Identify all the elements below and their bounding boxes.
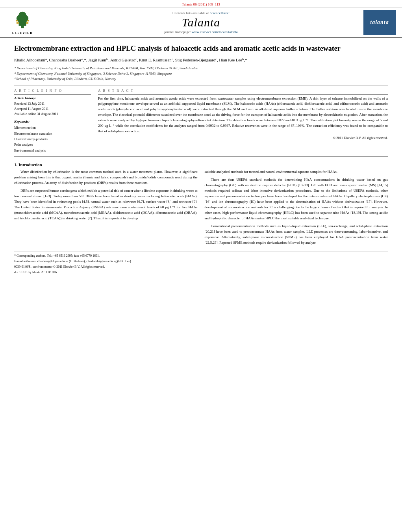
journal-header: ELSEVIER Contents lists available at Sci… bbox=[0, 7, 402, 38]
sciencedirect-line: Contents lists available at ScienceDirec… bbox=[172, 11, 230, 15]
abstract-text: For the first time, haloacetic acids and… bbox=[98, 96, 388, 135]
intro-body-columns: Water disinfection by chlorination is th… bbox=[14, 169, 388, 248]
article-info-box: Article history: Received 13 July 2011 A… bbox=[14, 94, 91, 117]
journal-citation: Talanta 86 (2011) 109–113 bbox=[182, 2, 220, 6]
affiliation-c: ᶜ School of Pharmacy, University of Oslo… bbox=[14, 76, 388, 82]
article-content: Electromembrane extraction and HPLC anal… bbox=[0, 38, 402, 284]
divider-after-abstract bbox=[14, 156, 388, 157]
sciencedirect-link[interactable]: ScienceDirect bbox=[210, 11, 230, 15]
intro-left-column: Water disinfection by chlorination is th… bbox=[14, 169, 198, 248]
keywords-section: Keywords: Microextraction Electromembran… bbox=[14, 120, 91, 153]
contents-text: Contents lists available at bbox=[172, 11, 209, 15]
keyword-list: Microextraction Electromembrane extracti… bbox=[14, 125, 91, 153]
copyright-line: © 2011 Elsevier B.V. All rights reserved… bbox=[98, 136, 388, 140]
available-line: Available online 31 August 2011 bbox=[14, 111, 91, 117]
svg-rect-6 bbox=[16, 20, 18, 21]
authors-line: Khalid Alhooshaniᵃ, Chanbasha Basheerᵃ,*… bbox=[14, 57, 388, 63]
keyword-5: Environmental analysis bbox=[14, 148, 91, 153]
keyword-1: Microextraction bbox=[14, 125, 91, 130]
intro-para-2: DBPs are suspected human carcinogens whi… bbox=[14, 188, 198, 221]
keyword-2: Electromembrane extraction bbox=[14, 131, 91, 136]
homepage-label: journal homepage: bbox=[164, 30, 191, 34]
divider-after-affiliations bbox=[14, 85, 388, 85]
abstract-label: A B S T R A C T bbox=[98, 89, 388, 93]
intro-para-4: There are four USEPA standard methods fo… bbox=[205, 177, 388, 221]
journal-title: Talanta bbox=[182, 16, 220, 29]
abstract-column: A B S T R A C T For the first time, halo… bbox=[98, 89, 388, 154]
keyword-3: Disinfection by-products bbox=[14, 136, 91, 142]
intro-right-column: suitable analytical methods for treated … bbox=[205, 169, 388, 248]
journal-homepage: journal homepage: www.elsevier.com/locat… bbox=[164, 30, 237, 34]
article-info-label: A R T I C L E I N F O bbox=[14, 89, 91, 93]
svg-rect-4 bbox=[17, 22, 19, 24]
talanta-logo-text: talanta bbox=[370, 19, 389, 26]
svg-rect-5 bbox=[26, 22, 28, 24]
intro-para-1: Water disinfection by chlorination is th… bbox=[14, 169, 198, 186]
elsevier-label: ELSEVIER bbox=[12, 32, 33, 35]
svg-rect-7 bbox=[27, 20, 29, 21]
section-number: 1. bbox=[14, 162, 17, 167]
accepted-line: Accepted 11 August 2011 bbox=[14, 106, 91, 111]
section-title-text: Introduction bbox=[19, 162, 42, 167]
affiliation-b: ᵇ Department of Chemistry, National Univ… bbox=[14, 71, 388, 77]
journal-center: Contents lists available at ScienceDirec… bbox=[44, 10, 358, 35]
intro-para-3: suitable analytical methods for treated … bbox=[205, 169, 388, 175]
section-introduction: 1. Introduction Water disinfection by ch… bbox=[14, 162, 388, 248]
talanta-logo-image: talanta bbox=[363, 10, 396, 35]
article-info-abstract-section: A R T I C L E I N F O Article history: R… bbox=[14, 89, 388, 154]
affiliations: ᵃ Department of Chemistry, King Fahd Uni… bbox=[14, 66, 388, 82]
section-title-intro: 1. Introduction bbox=[14, 162, 388, 167]
footnote-issn: 0039-9140/$– see front matter © 2011 Els… bbox=[14, 265, 388, 269]
footnote-area: * Corresponding authors. Tel.: +65 6516 … bbox=[14, 252, 388, 275]
journal-top-bar: Talanta 86 (2011) 109–113 bbox=[0, 0, 402, 7]
footnote-email: E-mail addresses: cbasheer@kfupm.edu.sa … bbox=[14, 259, 388, 264]
elsevier-tree-icon bbox=[11, 10, 34, 31]
abstract-box: For the first time, haloacetic acids and… bbox=[98, 94, 388, 140]
affiliation-a: ᵃ Department of Chemistry, King Fahd Uni… bbox=[14, 66, 388, 71]
keywords-heading: Keywords: bbox=[14, 120, 91, 124]
footnote-doi: doi:10.1016/j.talanta.2011.08.026 bbox=[14, 270, 388, 275]
svg-point-3 bbox=[19, 11, 26, 17]
footnote-corresponding: * Corresponding authors. Tel.: +65 6516 … bbox=[14, 254, 388, 258]
elsevier-logo: ELSEVIER bbox=[5, 10, 40, 35]
homepage-url[interactable]: www.elsevier.com/locate/talanta bbox=[192, 30, 238, 34]
intro-para-5: Conventional preconcentration methods su… bbox=[205, 224, 388, 246]
keyword-4: Polar analytes bbox=[14, 142, 91, 147]
article-title: Electromembrane extraction and HPLC anal… bbox=[14, 44, 388, 53]
article-info-column: A R T I C L E I N F O Article history: R… bbox=[14, 89, 91, 154]
talanta-logo-box: talanta bbox=[362, 10, 397, 35]
received-line: Received 13 July 2011 bbox=[14, 101, 91, 106]
article-history-heading: Article history: bbox=[14, 96, 91, 100]
